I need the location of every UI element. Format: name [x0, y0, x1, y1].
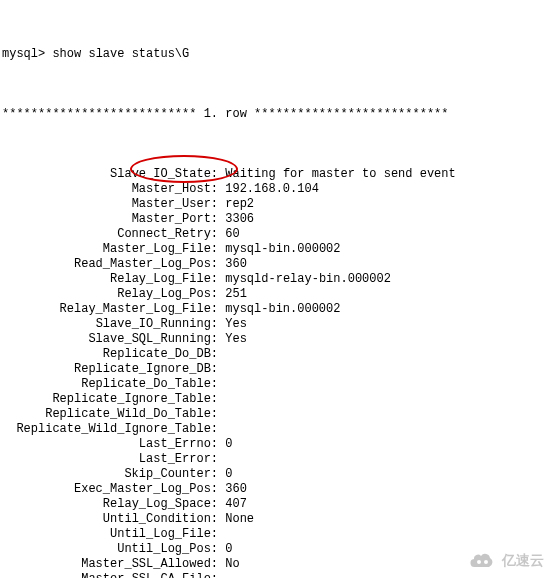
mysql-prompt-line: mysql> show slave status\G	[2, 47, 550, 62]
field-value: mysql-bin.000002	[225, 302, 340, 316]
status-row: Relay_Log_Pos: 251	[2, 287, 550, 302]
field-key: Last_Errno	[139, 437, 211, 451]
field-value: None	[225, 512, 254, 526]
field-key: Connect_Retry	[117, 227, 211, 241]
status-row: Read_Master_Log_Pos: 360	[2, 257, 550, 272]
field-key: Skip_Counter	[124, 467, 210, 481]
field-value: mysqld-relay-bin.000002	[225, 272, 391, 286]
status-row: Master_User: rep2	[2, 197, 550, 212]
status-row: Replicate_Ignore_Table:	[2, 392, 550, 407]
field-value: No	[225, 557, 239, 571]
field-key: Replicate_Do_DB	[103, 347, 211, 361]
field-value: 407	[225, 497, 247, 511]
field-value: 0	[225, 542, 232, 556]
field-value: Yes	[225, 332, 247, 346]
stars-left: ***************************	[2, 107, 204, 121]
field-key: Exec_Master_Log_Pos	[74, 482, 211, 496]
status-row: Slave_IO_State: Waiting for master to se…	[2, 167, 550, 182]
field-value: Waiting for master to send event	[225, 167, 455, 181]
status-row: Master_SSL_Allowed: No	[2, 557, 550, 572]
field-value: 0	[225, 467, 232, 481]
status-row: Replicate_Ignore_DB:	[2, 362, 550, 377]
row-header: *************************** 1. row *****…	[2, 107, 550, 122]
status-row: Until_Condition: None	[2, 512, 550, 527]
field-value: 192.168.0.104	[225, 182, 319, 196]
field-key: Relay_Log_Space	[103, 497, 211, 511]
row-label: 1. row	[204, 107, 247, 121]
field-key: Master_SSL_CA_File	[81, 572, 211, 578]
stars-right: ***************************	[247, 107, 449, 121]
status-row: Connect_Retry: 60	[2, 227, 550, 242]
mysql-prompt: mysql>	[2, 47, 52, 61]
field-value: rep2	[225, 197, 254, 211]
field-value: mysql-bin.000002	[225, 242, 340, 256]
field-key: Replicate_Ignore_DB	[74, 362, 211, 376]
field-value: 0	[225, 437, 232, 451]
terminal-output: mysql> show slave status\G *************…	[0, 0, 552, 578]
status-row: Relay_Master_Log_File: mysql-bin.000002	[2, 302, 550, 317]
status-row: Relay_Log_Space: 407	[2, 497, 550, 512]
field-value: 251	[225, 287, 247, 301]
status-row: Master_Host: 192.168.0.104	[2, 182, 550, 197]
field-key: Slave_IO_State	[110, 167, 211, 181]
field-key: Master_SSL_Allowed	[81, 557, 211, 571]
field-key: Replicate_Wild_Do_Table	[45, 407, 211, 421]
status-row: Replicate_Do_DB:	[2, 347, 550, 362]
status-row: Skip_Counter: 0	[2, 467, 550, 482]
field-value: 60	[225, 227, 239, 241]
status-row: Exec_Master_Log_Pos: 360	[2, 482, 550, 497]
status-row: Last_Errno: 0	[2, 437, 550, 452]
field-key: Relay_Master_Log_File	[60, 302, 211, 316]
status-row: Master_Log_File: mysql-bin.000002	[2, 242, 550, 257]
command-text: show slave status\G	[52, 47, 189, 61]
status-row: Master_SSL_CA_File:	[2, 572, 550, 578]
status-row: Slave_SQL_Running: Yes	[2, 332, 550, 347]
field-key: Relay_Log_File	[110, 272, 211, 286]
status-row: Until_Log_Pos: 0	[2, 542, 550, 557]
field-key: Master_User	[132, 197, 211, 211]
status-row: Replicate_Wild_Do_Table:	[2, 407, 550, 422]
status-row: Master_Port: 3306	[2, 212, 550, 227]
field-key: Master_Port	[132, 212, 211, 226]
field-key: Until_Condition	[103, 512, 211, 526]
status-fields: Slave_IO_State: Waiting for master to se…	[2, 167, 550, 578]
field-key: Until_Log_File	[110, 527, 211, 541]
status-row: Slave_IO_Running: Yes	[2, 317, 550, 332]
field-value: Yes	[225, 317, 247, 331]
field-key: Relay_Log_Pos	[117, 287, 211, 301]
field-key: Replicate_Do_Table	[81, 377, 211, 391]
field-key: Master_Host	[132, 182, 211, 196]
field-key: Replicate_Wild_Ignore_Table	[16, 422, 210, 436]
field-value: 3306	[225, 212, 254, 226]
field-value: 360	[225, 482, 247, 496]
field-key: Last_Error	[139, 452, 211, 466]
status-row: Until_Log_File:	[2, 527, 550, 542]
field-key: Read_Master_Log_Pos	[74, 257, 211, 271]
field-value: 360	[225, 257, 247, 271]
status-row: Relay_Log_File: mysqld-relay-bin.000002	[2, 272, 550, 287]
field-key: Until_Log_Pos	[117, 542, 211, 556]
field-key: Replicate_Ignore_Table	[52, 392, 210, 406]
field-key: Master_Log_File	[103, 242, 211, 256]
status-row: Replicate_Do_Table:	[2, 377, 550, 392]
field-key: Slave_IO_Running	[96, 317, 211, 331]
status-row: Replicate_Wild_Ignore_Table:	[2, 422, 550, 437]
field-key: Slave_SQL_Running	[88, 332, 210, 346]
status-row: Last_Error:	[2, 452, 550, 467]
